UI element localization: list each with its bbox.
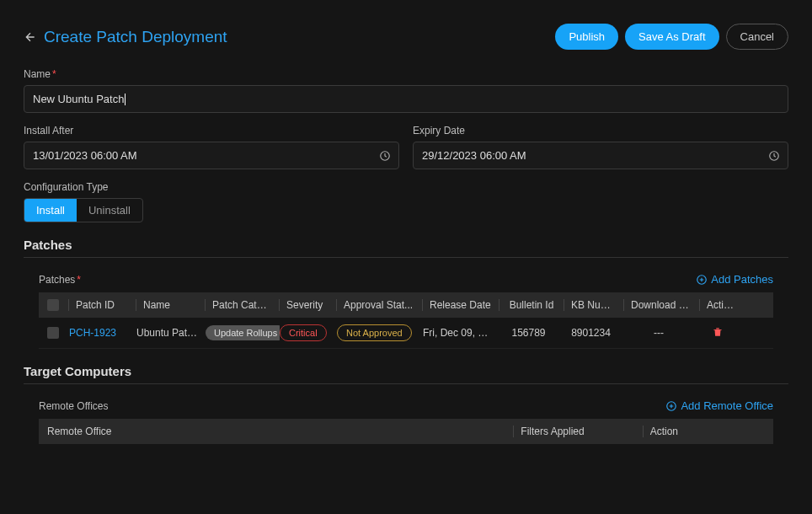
target-computers-section-title: Target Computers [24,364,788,384]
expiry-date-input[interactable] [413,142,788,169]
patch-id-link[interactable]: PCH-1923 [69,327,116,339]
publish-button[interactable]: Publish [555,24,618,50]
table-row: PCH-1923 Ubuntu Patch ... Update Rollups… [39,318,773,349]
back-arrow-icon[interactable] [24,30,37,44]
remote-office-table-header: Remote Office Filters Applied Action [39,419,773,444]
page-title: Create Patch Deployment [44,28,227,46]
plus-circle-icon [696,274,708,286]
uninstall-toggle-button[interactable]: Uninstall [77,199,142,222]
release-date-cell: Fri, Dec 09, 20... [423,327,499,339]
config-type-toggle: Install Uninstall [24,198,143,222]
kb-cell: 8901234 [564,327,624,339]
remote-offices-label: Remote Offices [39,400,108,412]
plus-circle-icon [665,400,677,412]
severity-badge: Critical [280,324,327,341]
install-after-label: Install After [24,125,399,137]
patches-table-header: Patch ID Name Patch Catego... Severity A… [39,292,773,318]
delete-icon[interactable] [712,326,724,338]
config-type-label: Configuration Type [24,181,788,193]
category-badge: Update Rollups [206,325,280,340]
expiry-date-label: Expiry Date [413,125,788,137]
patches-label: Patches* [39,274,81,286]
patch-name-cell: Ubuntu Patch ... [136,327,206,339]
cancel-button[interactable]: Cancel [726,24,788,50]
download-cell: --- [624,327,700,339]
bulletin-cell: 156789 [499,327,564,339]
approval-badge: Not Approved [337,324,412,341]
select-all-checkbox[interactable] [47,299,59,311]
add-remote-office-button[interactable]: Add Remote Office [665,399,773,412]
name-input[interactable]: New Ubuntu Patch [24,85,788,113]
install-toggle-button[interactable]: Install [24,199,77,222]
save-as-draft-button[interactable]: Save As Draft [625,24,719,50]
install-after-input[interactable] [24,142,399,169]
patches-section-title: Patches [24,238,788,258]
add-patches-button[interactable]: Add Patches [696,273,773,286]
name-label: Name* [24,68,788,80]
row-checkbox[interactable] [47,327,59,339]
